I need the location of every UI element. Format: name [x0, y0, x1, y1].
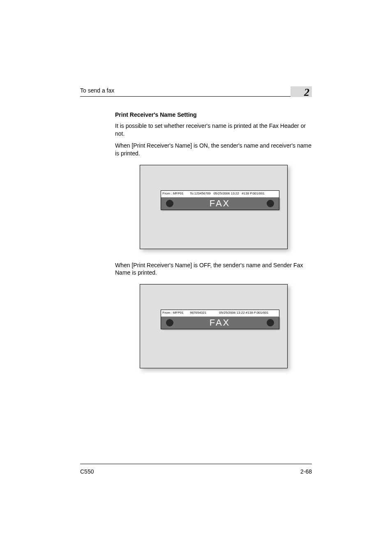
chapter-badge: 2 [291, 86, 312, 97]
paragraph-intro: It is possible to set whether receiver's… [115, 122, 312, 138]
fax-band-label-off: FAX [210, 317, 231, 328]
fax-figure-off: From : MFP01 987654321 05/25/2006 13:22 … [140, 284, 288, 368]
fax-page-on: From : MFP01 To:123456789 05/25/2006 13:… [161, 190, 279, 210]
fax-band-label-on: FAX [210, 198, 231, 209]
fax-header-line-on: From : MFP01 To:123456789 05/25/2006 13:… [161, 191, 279, 195]
chapter-number: 2 [304, 86, 309, 98]
dot-icon [166, 319, 173, 326]
dot-icon [267, 200, 274, 207]
footer-rule [80, 464, 312, 464]
content-block: Print Receiver's Name Setting It is poss… [80, 111, 312, 368]
page-footer: C550 2-68 [80, 464, 312, 475]
section-heading: Print Receiver's Name Setting [115, 111, 312, 118]
fax-band-on: FAX [161, 197, 279, 210]
paragraph-off: When [Print Receiver's Name] is OFF, the… [115, 261, 312, 277]
fax-outer-off: From : MFP01 987654321 05/25/2006 13:22 … [140, 284, 288, 368]
footer-model: C550 [80, 468, 94, 475]
fax-page-off: From : MFP01 987654321 05/25/2006 13:22 … [161, 310, 279, 329]
paragraph-on: When [Print Receiver's Name] is ON, the … [115, 142, 312, 157]
fax-figure-on: From : MFP01 To:123456789 05/25/2006 13:… [140, 165, 288, 249]
footer-page: 2-68 [300, 468, 312, 475]
dot-icon [166, 200, 173, 207]
fax-outer-on: From : MFP01 To:123456789 05/25/2006 13:… [140, 165, 288, 249]
fax-band-off: FAX [161, 317, 279, 329]
fax-header-line-off: From : MFP01 987654321 05/25/2006 13:22 … [161, 310, 279, 314]
page: To send a fax 2 Print Receiver's Name Se… [0, 0, 392, 555]
dot-icon [267, 319, 274, 326]
running-title: To send a fax [80, 87, 114, 96]
running-head: To send a fax 2 [80, 86, 312, 97]
